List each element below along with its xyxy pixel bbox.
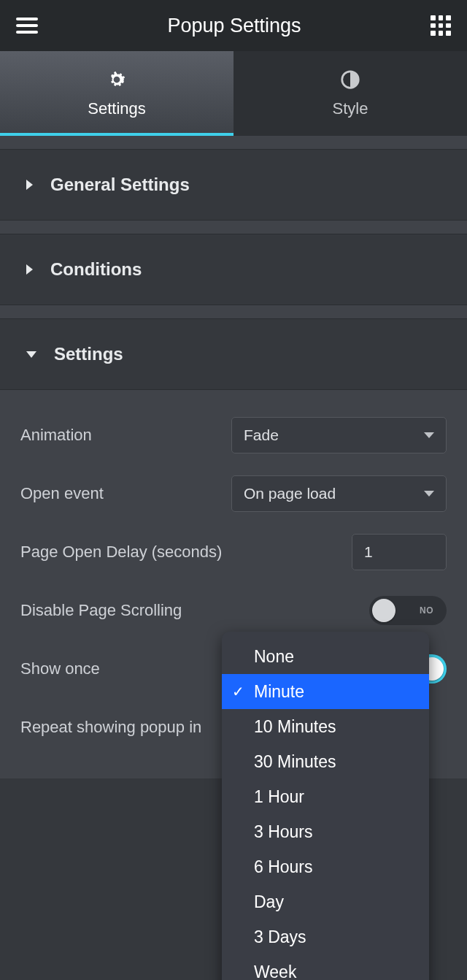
section-conditions[interactable]: Conditions: [0, 234, 467, 305]
field-label: Show once: [20, 659, 100, 678]
chevron-down-icon: [26, 351, 36, 358]
select-value: On page load: [244, 485, 336, 502]
field-disable-scrolling: Disable Page Scrolling NO: [20, 581, 447, 640]
section-settings[interactable]: Settings: [0, 318, 467, 390]
dropdown-item[interactable]: Day: [222, 884, 429, 919]
section-general-settings[interactable]: General Settings: [0, 149, 467, 221]
field-open-event: Open event On page load: [20, 464, 447, 523]
dropdown-item[interactable]: 30 Minutes: [222, 744, 429, 779]
repeat-dropdown[interactable]: NoneMinute10 Minutes30 Minutes1 Hour3 Ho…: [222, 632, 429, 980]
tab-style-label: Style: [333, 99, 368, 118]
toggle-knob: [372, 599, 395, 622]
tab-settings[interactable]: Settings: [0, 51, 234, 136]
dropdown-item[interactable]: 3 Days: [222, 919, 429, 954]
page-open-delay-input[interactable]: [352, 534, 447, 570]
gear-icon: [106, 69, 128, 91]
field-label: Open event: [20, 484, 104, 503]
tabs: Settings Style: [0, 51, 467, 136]
dropdown-item[interactable]: 6 Hours: [222, 849, 429, 884]
chevron-right-icon: [26, 180, 33, 190]
field-label: Animation: [20, 426, 92, 445]
open-event-select[interactable]: On page load: [231, 475, 447, 512]
dropdown-item[interactable]: Week: [222, 954, 429, 980]
tab-settings-label: Settings: [88, 99, 146, 118]
field-animation: Animation Fade: [20, 406, 447, 464]
page-title: Popup Settings: [167, 15, 301, 37]
section-title: Conditions: [50, 259, 142, 280]
top-bar: Popup Settings: [0, 0, 467, 51]
section-title: Settings: [54, 344, 123, 364]
dropdown-item[interactable]: 10 Minutes: [222, 709, 429, 744]
field-label: Disable Page Scrolling: [20, 601, 182, 620]
dropdown-item[interactable]: None: [222, 639, 429, 674]
field-label: Repeat showing popup in: [20, 718, 201, 737]
chevron-down-icon: [424, 432, 434, 438]
toggle-label: NO: [420, 605, 433, 616]
dropdown-item[interactable]: 1 Hour: [222, 779, 429, 814]
contrast-icon: [339, 69, 361, 91]
chevron-down-icon: [424, 491, 434, 497]
disable-scrolling-toggle[interactable]: NO: [369, 596, 447, 625]
hamburger-menu-icon[interactable]: [16, 18, 38, 34]
select-value: Fade: [244, 426, 279, 444]
animation-select[interactable]: Fade: [231, 417, 447, 453]
field-label: Page Open Delay (seconds): [20, 543, 222, 562]
dropdown-item[interactable]: Minute: [222, 674, 429, 709]
dropdown-item[interactable]: 3 Hours: [222, 814, 429, 849]
apps-grid-icon[interactable]: [431, 15, 451, 36]
section-title: General Settings: [50, 175, 190, 195]
field-page-open-delay: Page Open Delay (seconds): [20, 523, 447, 581]
chevron-right-icon: [26, 264, 33, 275]
tab-style[interactable]: Style: [234, 51, 467, 136]
